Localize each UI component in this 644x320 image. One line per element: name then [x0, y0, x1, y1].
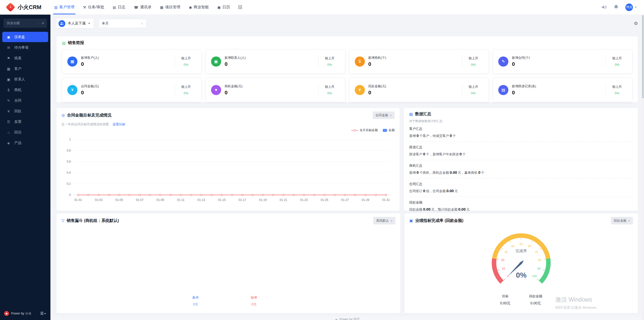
summary-text: 0.00: [449, 170, 458, 174]
quick-create-input[interactable]: 快速创建 | +: [4, 19, 47, 28]
topnav-item[interactable]: ▦ 项目管理: [156, 0, 185, 14]
line-marker-icon: [351, 129, 358, 132]
user-menu[interactable]: 理员 ▾: [625, 4, 636, 11]
topnav-item[interactable]: ▤ 日志: [108, 0, 130, 14]
sidebar-item[interactable]: ◉ 仪表盘: [2, 32, 48, 42]
monkey-icon: ☻: [335, 318, 338, 320]
data-summary-subtitle: 对于数据收集统计的汇总: [409, 119, 632, 123]
stat-card-icon: ▣: [211, 56, 221, 67]
sidebar-item-icon: ✎: [6, 99, 11, 103]
caret-down-icon: ▼: [88, 22, 90, 25]
stat-card-icon: ♥: [211, 85, 221, 95]
stat-card-label: 商机金额(元): [225, 84, 243, 89]
chart-subtitle: 近一年的合同目标完成情况柱状图: [62, 122, 109, 127]
topnav-item[interactable]: ▣ 日历: [213, 0, 234, 14]
summary-text: 个商机，商机总金额: [419, 171, 449, 174]
stat-card-value: 0: [512, 90, 536, 96]
topnav-item[interactable]: ☎ 通讯录: [130, 0, 156, 14]
performance-title: 业绩指标完成率 (回款金额): [415, 218, 463, 223]
filter-row: 本人及下属 ▼ 本月 ∨ ⚙: [56, 19, 638, 28]
sidebar: 快速创建 | + ◉ 仪表盘 ✉ 待办事项 ⚑ 线索 ▦ 客户 ▣ 联系人 $ …: [0, 15, 50, 320]
chevron-down-icon: ▾: [635, 6, 636, 9]
svg-text:0.2: 0.2: [67, 182, 71, 186]
performance-metric-dropdown[interactable]: 回款金额 ∨: [611, 217, 633, 224]
sidebar-item[interactable]: ✉ 待办事项: [2, 42, 48, 53]
topnav-item-label: 任务/审批: [88, 5, 104, 10]
period-select[interactable]: 本月 ∨: [99, 19, 147, 28]
summary-text: 跟进客户: [409, 152, 422, 156]
topnav-item-icon: ⚒: [83, 5, 86, 9]
bell-icon[interactable]: [614, 5, 619, 10]
summary-text: 回款金额: [409, 208, 422, 211]
plus-icon[interactable]: +: [39, 21, 44, 25]
speaker-icon[interactable]: [601, 5, 607, 10]
gear-icon[interactable]: ⚙: [634, 21, 638, 26]
svg-text:01-03: 01-03: [95, 198, 103, 202]
topnav-item[interactable]: ⚒ 任务/审批: [79, 0, 108, 14]
scrollbar-track: [642, 15, 644, 320]
stat-card-value: 0: [225, 90, 243, 96]
funnel-lose-stat: 输单 0元: [251, 295, 257, 307]
topnav-item-icon: ◉: [189, 5, 192, 9]
summary-text: 新增: [409, 171, 416, 174]
stat-card: ▤ 新增跟进记录(条) 0 较上月 0%: [493, 78, 632, 102]
sidebar-item[interactable]: ☰ 发票: [2, 117, 48, 127]
svg-text:0%: 0%: [516, 271, 526, 279]
contract-amount-dropdown[interactable]: 合同金额 ∨: [373, 111, 395, 119]
chevron-down-icon: ∨: [390, 219, 392, 222]
svg-text:10: 10: [502, 267, 505, 270]
topnav-item[interactable]: ▥ 客户管理: [50, 0, 79, 14]
sales-funnel-panel: ▽ 销售漏斗 (商机组：系统默认) 系统默认 ∨ 赢单 0元 输单 0元: [56, 213, 400, 313]
summary-section-line: 新增0个客户，转成交客户0个: [409, 133, 632, 138]
summary-text: 个: [481, 171, 484, 174]
avatar[interactable]: 理员: [625, 4, 633, 11]
svg-text:0: 0: [69, 193, 71, 197]
legend-target-amount[interactable]: 当月目标金额: [351, 128, 378, 132]
sidebar-item[interactable]: ▦ 客户: [2, 64, 48, 74]
chart-legend: 当月目标金额 金额: [62, 128, 395, 132]
funnel-group-dropdown[interactable]: 系统默认 ∨: [373, 217, 395, 224]
win-value: 0元: [192, 302, 199, 307]
summary-section-heading: 合同汇总: [409, 182, 632, 186]
gauge-panel-icon: ▣: [409, 218, 413, 223]
stat-card-value: 0: [368, 90, 386, 96]
scrollbar-thumb[interactable]: [642, 15, 644, 98]
stat-card-label: 合同金额(元): [81, 84, 99, 89]
lose-value: 0元: [251, 302, 257, 307]
collapse-sidebar-button[interactable]: ☰◄: [40, 311, 46, 316]
scope-filter-button[interactable]: 本人及下属 ▼: [56, 19, 94, 28]
svg-text:30: 30: [504, 250, 508, 254]
quick-create-placeholder: 快速创建: [7, 21, 20, 25]
set-target-link[interactable]: 设置目标: [113, 122, 125, 127]
sidebar-item[interactable]: ◈ 产品: [2, 138, 48, 148]
svg-text:100: 100: [532, 274, 537, 278]
sidebar-item[interactable]: ✎ 合同: [2, 95, 48, 106]
summary-section-line: 跟进客户0个，新增客户中未跟进0个: [409, 152, 632, 157]
sidebar-item[interactable]: ⚑ 线索: [2, 53, 48, 63]
sidebar-item[interactable]: ▣ 联系人: [2, 74, 48, 84]
sidebar-item[interactable]: ¥ 回款: [2, 106, 48, 116]
summary-text: 0: [459, 152, 462, 156]
summary-text: 个，新增客户中未跟进: [426, 152, 459, 156]
stat-cards-grid: ▦ 新增客户(人) 0 较上月 0% ▣ 新增联系人(人) 0: [62, 49, 632, 102]
sidebar-item-icon: ◉: [6, 35, 11, 39]
summary-section-line: 合同签订0份，合同金额0.00元: [409, 189, 632, 193]
summary-text: 个客户，转成交客户: [419, 134, 449, 138]
sidebar-item[interactable]: ⌂ 回访: [2, 127, 48, 137]
topnav-item-label: 客户管理: [59, 5, 74, 10]
stat-card-icon: ✎: [498, 56, 508, 67]
svg-text:60: 60: [528, 244, 532, 248]
summary-text: 0: [422, 189, 426, 193]
sidebar-item[interactable]: $ 商机: [2, 85, 48, 95]
svg-text:01-25: 01-25: [320, 198, 328, 202]
topnav-item-label: 日志: [118, 5, 125, 10]
topnav-item-label: 商业智能: [194, 5, 209, 10]
sales-brief-header: ▤ 销售简报: [62, 40, 632, 46]
topnav-item[interactable]: ◉ 商业智能: [185, 0, 213, 14]
gauge-amount-label: 回款金额: [529, 294, 542, 299]
app-title: 小火CRM: [18, 4, 41, 11]
legend-amount[interactable]: 金额: [383, 128, 395, 132]
apps-grid-icon[interactable]: [234, 5, 246, 9]
topbar: ⚡ 小火CRM ▥ 客户管理 ⚒ 任务/审批 ▤ 日志 ☎ 通讯录 ▦ 项目管理…: [0, 0, 644, 15]
clipboard-icon: ▤: [62, 41, 66, 45]
